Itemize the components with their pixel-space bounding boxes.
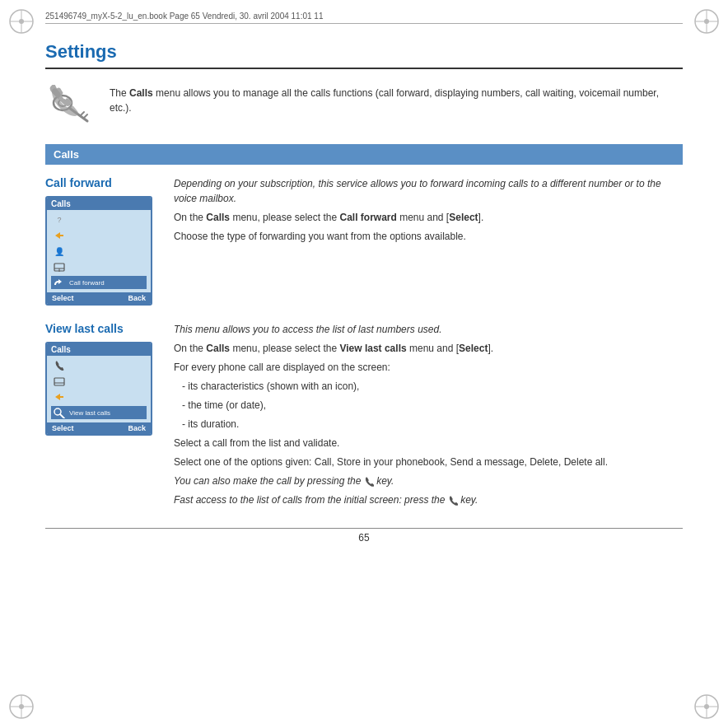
desc-post: menu and [ xyxy=(397,212,449,223)
intro-text-part2: menu allows you to manage all the calls … xyxy=(110,87,659,114)
vlc-for-every: For every phone call are displayed on th… xyxy=(174,360,683,375)
svg-line-27 xyxy=(60,414,64,418)
call-forward-menu-label: Call forward xyxy=(69,279,105,287)
phone-menu-row xyxy=(51,390,147,404)
vlc-options: Select one of the options given: Call, S… xyxy=(174,455,683,469)
view-last-calls-screen-title: Calls xyxy=(47,343,151,356)
call-forward-phone-screen: Calls ? 👤 xyxy=(45,196,152,306)
vlc-select: Select xyxy=(459,343,488,354)
menu-icon-person: 👤 xyxy=(53,245,66,257)
page-title: Settings xyxy=(45,41,683,69)
desc-cf: Call forward xyxy=(339,212,396,223)
svg-rect-24 xyxy=(54,378,64,385)
corner-decoration-tr xyxy=(692,7,721,36)
calls-icon xyxy=(45,82,95,128)
desc-calls: Calls xyxy=(206,212,230,223)
phone-menu-row xyxy=(51,375,147,388)
menu-icon-arrow xyxy=(53,391,66,403)
view-last-calls-title: View last calls xyxy=(45,322,161,335)
section-header-label: Calls xyxy=(54,148,79,161)
call-forward-screen-title: Calls xyxy=(47,198,151,210)
view-last-calls-right: This menu allows you to access the list … xyxy=(174,322,683,511)
vlc-end: ]. xyxy=(488,343,493,354)
view-last-calls-left: View last calls Calls xyxy=(45,322,161,511)
call-forward-desc-line2: Choose the type of forwarding you want f… xyxy=(174,229,683,244)
intro-block: The Calls menu allows you to manage all … xyxy=(45,82,683,128)
vlc-menu-label: View last calls xyxy=(69,409,110,417)
menu-icon-question: ? xyxy=(53,214,66,226)
call-forward-left: Call forward Calls ? xyxy=(45,176,161,306)
menu-icon-display xyxy=(53,261,66,273)
main-content: Settings The Calls menu allows you to ma… xyxy=(45,41,683,695)
phone-menu-row xyxy=(51,260,147,273)
phone-menu-row xyxy=(51,359,147,372)
view-last-calls-screen-body: View last calls xyxy=(47,356,151,422)
desc-mid: menu, please select the xyxy=(230,212,339,223)
menu-icon-display2 xyxy=(53,376,66,387)
svg-point-15 xyxy=(704,704,709,709)
vlc-pre: On the xyxy=(174,343,206,354)
call-forward-title: Call forward xyxy=(45,176,161,189)
desc-select: Select xyxy=(449,212,478,223)
vlc-bold: View last calls xyxy=(339,343,406,354)
call-forward-right: Depending on your subscription, this ser… xyxy=(174,176,683,306)
vlc-back-btn: Back xyxy=(128,424,146,432)
vlc-calls: Calls xyxy=(206,343,230,354)
call-forward-desc-line1: On the Calls menu, please select the Cal… xyxy=(174,210,683,225)
menu-icon-forward xyxy=(53,230,66,241)
svg-point-7 xyxy=(704,19,709,24)
vlc-select-btn: Select xyxy=(52,424,74,432)
vlc-select-call: Select a call from the list and validate… xyxy=(174,436,683,450)
intro-text: The Calls menu allows you to manage all … xyxy=(110,82,683,115)
call-forward-block: Call forward Calls ? xyxy=(45,176,683,306)
vlc-mid: menu, please select the xyxy=(230,343,339,354)
view-last-calls-bottom-bar: Select Back xyxy=(47,422,151,434)
call-forward-back-btn: Back xyxy=(128,294,146,302)
svg-line-20 xyxy=(84,114,87,118)
view-last-calls-block: View last calls Calls xyxy=(45,322,683,511)
call-forward-desc-italic: Depending on your subscription, this ser… xyxy=(174,176,683,206)
desc-pre: On the xyxy=(174,212,206,223)
vlc-desc-line1: On the Calls menu, please select the Vie… xyxy=(174,341,683,356)
svg-point-3 xyxy=(19,19,24,24)
vlc-post: menu and [ xyxy=(407,343,459,354)
desc-end: ]. xyxy=(478,212,484,223)
call-forward-screen-body: ? 👤 xyxy=(47,210,151,292)
intro-text-part1: The xyxy=(110,87,129,99)
view-last-calls-phone-screen: Calls xyxy=(45,342,152,436)
corner-decoration-tl xyxy=(7,7,36,36)
corner-decoration-bl xyxy=(7,692,36,721)
section-header-calls: Calls xyxy=(45,144,683,165)
corner-decoration-br xyxy=(692,692,721,721)
phone-menu-row xyxy=(51,229,147,242)
vlc-bullet-2: - the time (or date), xyxy=(182,398,683,413)
bottom-divider: 65 xyxy=(45,528,683,544)
meta-bar: 251496749_myX-5-2_lu_en.book Page 65 Ven… xyxy=(45,12,683,24)
phone-menu-row: 👤 xyxy=(51,245,147,258)
menu-icon-phone xyxy=(53,360,66,371)
phone-menu-row-vlc-selected: View last calls xyxy=(51,406,147,419)
vlc-italic1: You can also make the call by pressing t… xyxy=(174,474,683,488)
phone-menu-row: ? xyxy=(51,213,147,226)
call-forward-bottom-bar: Select Back xyxy=(47,292,151,304)
vlc-desc-italic: This menu allows you to access the list … xyxy=(174,322,683,337)
vlc-bullet-3: - its duration. xyxy=(182,417,683,432)
vlc-italic2: Fast access to the list of calls from th… xyxy=(174,492,683,507)
intro-calls-bold: Calls xyxy=(129,87,153,99)
svg-point-11 xyxy=(19,704,24,709)
menu-icon-callforward xyxy=(53,277,66,288)
page-number: 65 xyxy=(45,532,683,544)
svg-line-19 xyxy=(81,112,84,115)
call-forward-select-btn: Select xyxy=(52,294,74,302)
phone-menu-row-selected: Call forward xyxy=(51,276,147,289)
menu-icon-magnify xyxy=(53,407,66,418)
vlc-bullet-1: - its characteristics (shown with an ico… xyxy=(182,379,683,394)
meta-bar-text: 251496749_myX-5-2_lu_en.book Page 65 Ven… xyxy=(45,12,323,21)
